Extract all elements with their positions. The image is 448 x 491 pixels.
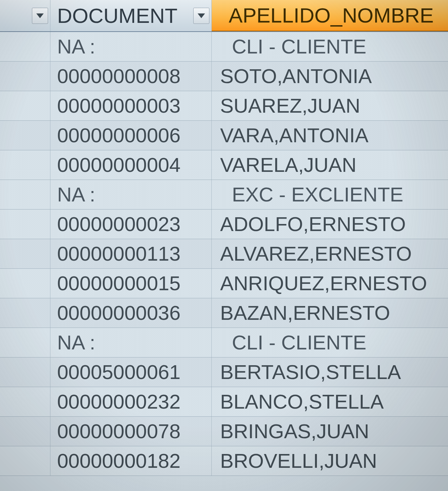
table-row[interactable]: 00000000023ADOLFO,ERNESTO bbox=[0, 210, 448, 239]
cell-document[interactable]: 00000000078 bbox=[50, 417, 212, 446]
cell-document[interactable]: 00000000015 bbox=[50, 269, 212, 298]
cell-document[interactable]: 00000000006 bbox=[50, 121, 212, 150]
cell-apellido-nombre-value: SOTO,ANTONIA bbox=[220, 65, 372, 88]
cell-document-value: 00000000078 bbox=[57, 420, 180, 443]
cell-apellido-nombre[interactable]: VARA,ANTONIA bbox=[212, 121, 448, 150]
cell-apellido-nombre[interactable]: CLI - CLIENTE bbox=[212, 32, 448, 61]
cell-apellido-nombre-value: BAZAN,ERNESTO bbox=[220, 301, 390, 325]
cell-document[interactable]: 00000000182 bbox=[50, 446, 212, 476]
cell-col-a[interactable] bbox=[0, 417, 50, 446]
cell-document[interactable]: 00000000023 bbox=[50, 210, 212, 239]
cell-document-value: NA : bbox=[57, 35, 95, 58]
column-header-apellido-nombre-label: APELLIDO_NOMBRE bbox=[229, 3, 434, 27]
cell-col-a[interactable] bbox=[0, 328, 50, 357]
cell-apellido-nombre[interactable]: SOTO,ANTONIA bbox=[212, 62, 448, 91]
cell-document-value: NA : bbox=[57, 331, 95, 354]
column-header-a[interactable] bbox=[0, 0, 50, 31]
cell-apellido-nombre[interactable]: BERTASIO,STELLA bbox=[212, 357, 448, 387]
table-group-row[interactable]: NA :CLI - CLIENTE bbox=[0, 328, 448, 357]
cell-apellido-nombre[interactable]: SUAREZ,JUAN bbox=[212, 91, 448, 120]
table-row[interactable]: 00000000036BAZAN,ERNESTO bbox=[0, 298, 448, 328]
cell-document-value: 00000000113 bbox=[57, 242, 180, 265]
cell-apellido-nombre[interactable]: BROVELLI,JUAN bbox=[212, 446, 448, 476]
cell-document[interactable]: 00000000036 bbox=[50, 298, 212, 328]
cell-apellido-nombre[interactable]: EXC - EXCLIENTE bbox=[212, 180, 448, 209]
table-row[interactable]: 00000000182BROVELLI,JUAN bbox=[0, 446, 448, 476]
cell-col-a[interactable] bbox=[0, 91, 50, 120]
cell-col-a[interactable] bbox=[0, 446, 50, 476]
cell-document-value: 00000000008 bbox=[57, 65, 180, 88]
cell-apellido-nombre-value: ANRIQUEZ,ERNESTO bbox=[220, 272, 427, 295]
column-header-document-label: DOCUMENT bbox=[57, 4, 177, 28]
spreadsheet: DOCUMENT APELLIDO_NOMBRE NA :CLI - CLIEN… bbox=[0, 0, 448, 491]
table-group-row[interactable]: NA :EXC - EXCLIENTE bbox=[0, 180, 448, 210]
cell-document-value: 00000000003 bbox=[57, 94, 180, 117]
column-header-apellido-nombre[interactable]: APELLIDO_NOMBRE bbox=[212, 0, 448, 31]
cell-document-value: NA : bbox=[57, 183, 95, 206]
cell-apellido-nombre-value: SUAREZ,JUAN bbox=[220, 94, 360, 117]
cell-apellido-nombre[interactable]: BAZAN,ERNESTO bbox=[212, 298, 448, 328]
cell-document[interactable]: NA : bbox=[50, 32, 212, 61]
cell-apellido-nombre[interactable]: BLANCO,STELLA bbox=[212, 387, 448, 416]
table-row[interactable]: 00000000232BLANCO,STELLA bbox=[0, 387, 448, 417]
cell-col-a[interactable] bbox=[0, 150, 50, 180]
filter-dropdown-a[interactable] bbox=[32, 8, 48, 24]
svg-marker-0 bbox=[36, 13, 44, 18]
cell-apellido-nombre-value: CLI - CLIENTE bbox=[232, 35, 366, 58]
cell-document[interactable]: NA : bbox=[50, 180, 212, 209]
cell-col-a[interactable] bbox=[0, 387, 50, 416]
cell-col-a[interactable] bbox=[0, 298, 50, 328]
cell-col-a[interactable] bbox=[0, 269, 50, 298]
cell-apellido-nombre-value: VARELA,JUAN bbox=[220, 153, 357, 177]
cell-apellido-nombre-value: ADOLFO,ERNESTO bbox=[220, 213, 406, 236]
table-row[interactable]: 00005000061BERTASIO,STELLA bbox=[0, 357, 448, 387]
table-row[interactable]: 00000000008SOTO,ANTONIA bbox=[0, 62, 448, 91]
cell-col-a[interactable] bbox=[0, 62, 50, 91]
cell-col-a[interactable] bbox=[0, 121, 50, 150]
cell-col-a[interactable] bbox=[0, 210, 50, 239]
chevron-down-icon bbox=[198, 13, 205, 18]
cell-document[interactable]: 00000000008 bbox=[50, 62, 212, 91]
cell-apellido-nombre-value: EXC - EXCLIENTE bbox=[232, 183, 403, 206]
cell-document[interactable]: 00000000004 bbox=[50, 150, 212, 180]
cell-col-a[interactable] bbox=[0, 180, 50, 209]
filter-dropdown-document[interactable] bbox=[193, 8, 209, 24]
table-row[interactable]: 00000000006VARA,ANTONIA bbox=[0, 121, 448, 150]
table-group-row[interactable]: NA :CLI - CLIENTE bbox=[0, 32, 448, 62]
cell-apellido-nombre[interactable]: VARELA,JUAN bbox=[212, 150, 448, 180]
cell-apellido-nombre[interactable]: ANRIQUEZ,ERNESTO bbox=[212, 269, 448, 298]
cell-apellido-nombre-value: CLI - CLIENTE bbox=[232, 331, 366, 354]
cell-document[interactable]: NA : bbox=[50, 328, 212, 357]
column-header-document[interactable]: DOCUMENT bbox=[50, 0, 212, 31]
cell-col-a[interactable] bbox=[0, 32, 50, 61]
cell-apellido-nombre[interactable]: ADOLFO,ERNESTO bbox=[212, 210, 448, 239]
cell-document-value: 00000000232 bbox=[57, 390, 180, 413]
cell-document-value: 00000000023 bbox=[57, 213, 180, 236]
cell-apellido-nombre-value: BERTASIO,STELLA bbox=[220, 361, 401, 384]
cell-apellido-nombre-value: BRINGAS,JUAN bbox=[220, 420, 369, 443]
cell-col-a[interactable] bbox=[0, 239, 50, 268]
chevron-down-icon bbox=[36, 13, 44, 18]
cell-document[interactable]: 00000000232 bbox=[50, 387, 212, 416]
table-row[interactable]: 00000000078BRINGAS,JUAN bbox=[0, 417, 448, 446]
cell-document-value: 00000000182 bbox=[57, 449, 180, 473]
cell-document-value: 00000000015 bbox=[57, 272, 180, 295]
cell-apellido-nombre-value: ALVAREZ,ERNESTO bbox=[220, 242, 412, 265]
cell-col-a[interactable] bbox=[0, 357, 50, 387]
cell-document[interactable]: 00000000113 bbox=[50, 239, 212, 268]
cell-document-value: 00005000061 bbox=[57, 361, 180, 384]
cell-document[interactable]: 00005000061 bbox=[50, 357, 212, 387]
table-row[interactable]: 00000000004VARELA,JUAN bbox=[0, 150, 448, 180]
cell-apellido-nombre-value: BLANCO,STELLA bbox=[220, 390, 384, 413]
table-header-row: DOCUMENT APELLIDO_NOMBRE bbox=[0, 0, 448, 32]
cell-apellido-nombre[interactable]: CLI - CLIENTE bbox=[212, 328, 448, 357]
cell-apellido-nombre[interactable]: BRINGAS,JUAN bbox=[212, 417, 448, 446]
cell-document-value: 00000000006 bbox=[57, 124, 180, 147]
cell-apellido-nombre[interactable]: ALVAREZ,ERNESTO bbox=[212, 239, 448, 268]
cell-document-value: 00000000004 bbox=[57, 153, 180, 177]
table-row[interactable]: 00000000015ANRIQUEZ,ERNESTO bbox=[0, 269, 448, 298]
table-row[interactable]: 00000000113ALVAREZ,ERNESTO bbox=[0, 239, 448, 269]
cell-apellido-nombre-value: VARA,ANTONIA bbox=[220, 124, 368, 147]
table-row[interactable]: 00000000003SUAREZ,JUAN bbox=[0, 91, 448, 121]
cell-document[interactable]: 00000000003 bbox=[50, 91, 212, 120]
